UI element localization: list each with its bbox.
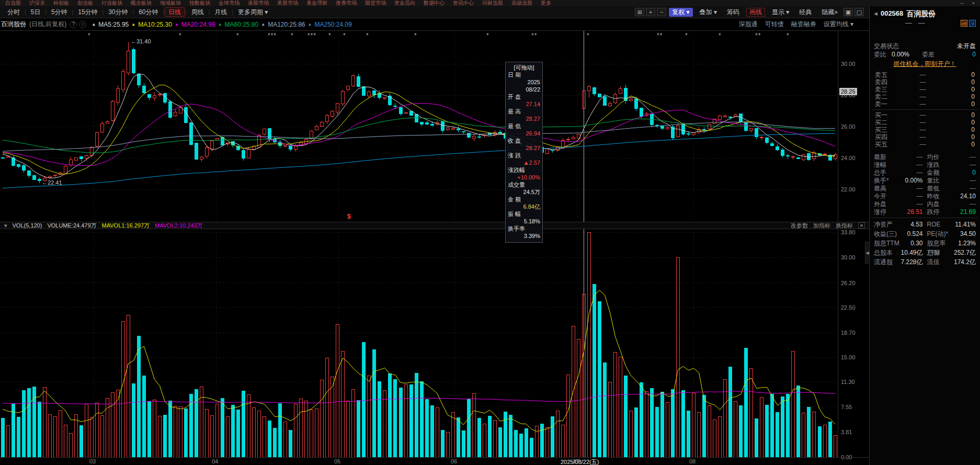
ask-row[interactable]: 卖一—0 [870, 100, 980, 108]
period-button[interactable]: 周线 [187, 7, 208, 17]
period-button[interactable]: 5分钟 [47, 7, 72, 17]
indicator-action[interactable]: 加指标 [813, 222, 830, 230]
event-marker-icon[interactable]: * [179, 32, 182, 39]
toolbar-button[interactable]: 显示 ▾ [768, 7, 793, 17]
event-marker-icon[interactable]: * [328, 32, 332, 39]
collapse-indicator-icon[interactable]: ▾ [4, 222, 7, 229]
menu-item[interactable]: 期货市场 [365, 0, 386, 6]
menu-item[interactable]: 资金流向 [394, 0, 415, 6]
panel-layout-icon[interactable]: ▣ [844, 8, 853, 16]
event-marker-icon[interactable]: ** [531, 32, 537, 39]
minimize-icon[interactable]: ─ [960, 0, 963, 6]
bid-row[interactable]: 买二—0 [870, 119, 980, 126]
favorite-star-icon[interactable]: ☆ [79, 21, 86, 28]
close-indicator-icon[interactable]: × [858, 222, 865, 229]
help-icon[interactable]: ? [70, 21, 77, 28]
volume-chart-pane[interactable] [0, 229, 838, 457]
ask-row[interactable]: 卖二—0 [870, 93, 980, 100]
toolbar-button[interactable]: 复权 ▾ [669, 8, 692, 17]
panel-collapse-handle[interactable]: ◀ [865, 242, 870, 264]
event-marker-icon[interactable]: * [719, 32, 722, 39]
event-marker-icon[interactable]: * [291, 32, 294, 39]
quote-label: 量比 [927, 177, 940, 185]
menu-item[interactable]: 科创板 [53, 0, 69, 6]
indicator-action[interactable]: 改参数 [791, 222, 808, 230]
indicator-action[interactable]: 换指标 [836, 222, 853, 230]
event-marker-icon[interactable]: ** [657, 32, 663, 39]
toolbar-button[interactable]: 筹码 [723, 7, 744, 17]
market-link[interactable]: 深股通 [739, 20, 758, 29]
ask-row[interactable]: 卖三—0 [870, 86, 980, 93]
zoom-out-icon[interactable]: − [657, 8, 666, 16]
period-button[interactable]: 日线 [165, 7, 185, 17]
menu-item[interactable]: 自选股 [5, 0, 21, 6]
menu-item[interactable]: 港股市场 [248, 0, 269, 6]
bid-row[interactable]: 买三—0 [870, 126, 980, 133]
event-marker-icon[interactable]: * [587, 32, 590, 39]
bid-row[interactable]: 买一—0 [870, 111, 980, 119]
event-marker-icon[interactable]: * [414, 32, 417, 39]
ask-row[interactable]: 卖四—0 [870, 78, 980, 86]
period-button[interactable]: 分时 [3, 7, 24, 17]
menu-item[interactable]: 创业板 [77, 0, 93, 6]
event-marker-icon[interactable]: * [88, 32, 91, 39]
panel-grid-icon[interactable]: ▢ [854, 8, 864, 16]
menu-item[interactable]: 地域板块 [160, 0, 181, 6]
period-button[interactable]: 60分钟 [134, 7, 162, 17]
event-marker-icon[interactable]: * [486, 32, 489, 39]
quote-value: 7.228亿 [901, 257, 922, 267]
period-button[interactable]: 15分钟 [74, 7, 101, 17]
toolbar-button[interactable]: 隐藏» [817, 7, 842, 17]
quote-label: ROE [927, 220, 941, 229]
toolbar-button[interactable]: 画线 [746, 8, 765, 17]
volume-chart[interactable] [0, 229, 838, 457]
menu-item[interactable]: 基金理财 [306, 0, 327, 6]
period-button[interactable]: 更多周期 ▾ [234, 7, 272, 17]
collapse-panel-icon[interactable]: ◀ [874, 8, 878, 19]
fullscreen-icon[interactable]: ⊞ [635, 8, 644, 16]
menu-item[interactable]: 资讯中心 [453, 0, 474, 6]
menu-item[interactable]: 问财选股 [482, 0, 503, 6]
ask-quantity: 0 [952, 86, 975, 93]
event-marker-icon[interactable]: ** [755, 32, 761, 39]
toolbar-button[interactable]: 经典 [795, 7, 816, 17]
event-marker-icon[interactable]: * [236, 32, 240, 39]
open-account-link[interactable]: 抓住机会，即刻开户！ [870, 59, 980, 69]
menu-item[interactable]: 指数板块 [189, 0, 210, 6]
period-button[interactable]: 5日 [27, 7, 45, 17]
price-chart-pane[interactable]: ←31.40 ←22.41 $ ************************… [0, 30, 838, 222]
menu-item[interactable]: 沪深京 [29, 0, 45, 6]
close-icon[interactable]: × [972, 0, 975, 6]
event-marker-icon[interactable]: * [343, 32, 346, 39]
event-marker-icon[interactable]: * [366, 32, 369, 39]
menu-item[interactable]: 高级选股 [511, 0, 532, 6]
candlestick-chart[interactable] [0, 31, 838, 222]
ask-row[interactable]: 卖五—0 [870, 71, 980, 78]
menu-item[interactable]: 美股市场 [277, 0, 298, 6]
market-link[interactable]: 融资融券 [791, 20, 816, 29]
ask-label: 卖一 [875, 100, 894, 108]
menu-item[interactable]: 数据中心 [424, 0, 445, 6]
indicator-name[interactable]: VOL(5,120) [13, 222, 42, 229]
menu-item[interactable]: 全球市场 [219, 0, 240, 6]
bid-row[interactable]: 买四—0 [870, 133, 980, 141]
ohlc-tooltip[interactable]: [可拖动] 日 期202508/22开 盘27.14最 高28.27最 低26.… [505, 62, 543, 243]
ma-settings-button[interactable]: 设置均线 ▾ [824, 20, 853, 29]
menu-item[interactable]: 更多 [541, 0, 551, 6]
event-marker-icon[interactable]: *** [268, 32, 277, 39]
period-button[interactable]: 月线 [210, 7, 231, 17]
quote-cell: 换手*0.00% [872, 177, 925, 185]
toolbar-button[interactable]: 叠加 ▾ [696, 7, 721, 17]
market-link[interactable]: 可转债 [765, 20, 784, 29]
ma-trend-icon: ▲ [92, 22, 96, 27]
menu-item[interactable]: 行业板块 [101, 0, 122, 6]
event-marker-icon[interactable]: *** [307, 32, 316, 39]
period-button[interactable]: 30分钟 [104, 7, 132, 17]
menu-item[interactable]: 概念板块 [131, 0, 152, 6]
menu-item[interactable]: 债券市场 [336, 0, 357, 6]
event-marker-icon[interactable]: * [787, 32, 790, 39]
event-marker-icon[interactable]: * [685, 32, 688, 39]
bid-row[interactable]: 买五—0 [870, 141, 980, 148]
zoom-in-icon[interactable]: + [646, 8, 655, 16]
dividend-marker-icon[interactable]: $ [347, 213, 351, 220]
